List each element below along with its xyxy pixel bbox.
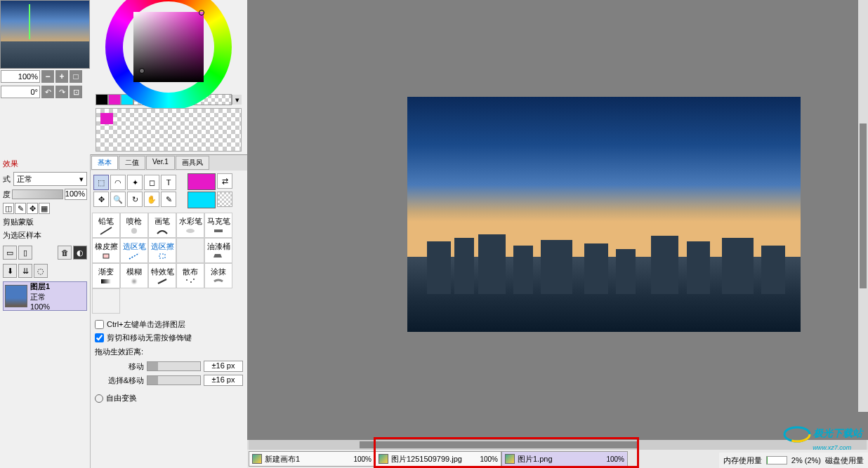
rotate-reset-button[interactable]: ⊡ [70,86,82,98]
move-value[interactable]: ±16 px [204,361,243,372]
scratchpad[interactable] [96,108,242,152]
rotate-ccw-button[interactable]: ↶ [41,86,54,98]
cut-move-checkbox[interactable] [95,333,104,342]
brush-marker[interactable]: 马克笔 [204,213,232,238]
brush-gradient[interactable]: 渐变 [92,263,120,288]
ctrl-click-checkbox[interactable] [95,320,104,329]
brush-preset-grid: 铅笔 喷枪 画笔 水彩笔 马克笔 橡皮擦 选区笔 选区擦 油漆桶 渐变 模糊 特… [91,211,247,315]
layer-opacity: 100% [30,302,50,311]
tab-binary[interactable]: 二值 [119,156,145,170]
select-move-value[interactable]: ±16 px [204,375,243,386]
layer-item[interactable]: 图层1 正常 100% [3,281,87,311]
move-tool[interactable]: ✥ [93,192,109,207]
lock-all-toggle[interactable]: ▦ [39,203,50,214]
shape-tool[interactable]: ◻ [144,175,159,190]
brush-blur[interactable]: 模糊 [120,263,148,288]
swap-colors-button[interactable]: ⇄ [217,173,232,189]
brush-bucket[interactable]: 油漆桶 [204,238,232,263]
cut-move-label: 剪切和移动无需按修饰键 [107,333,192,343]
bg-color-swatch[interactable] [188,192,216,208]
brush-brush[interactable]: 画笔 [148,213,176,238]
move-slider[interactable] [147,361,201,371]
mask-button[interactable]: ◐ [73,246,87,260]
zoom-tool[interactable]: 🔍 [110,192,126,207]
svg-point-6 [132,279,136,283]
rotate-tool[interactable]: ↻ [127,192,143,207]
canvas-image [407,97,801,332]
opacity-slider[interactable] [12,189,63,199]
canvas-view[interactable] [247,0,868,440]
hand-tool[interactable]: ✋ [144,192,159,207]
tab-painttool[interactable]: 画具风 [176,156,209,170]
lasso-tool[interactable]: ◠ [110,175,126,190]
zoom-out-button[interactable]: − [41,70,54,83]
drag-distance-label: 拖动生效距离: [95,345,243,359]
mem-label: 内存使用量 [723,455,762,466]
free-transform-radio[interactable] [95,394,103,403]
delete-layer-button[interactable]: 🗑 [58,246,72,260]
color-wheel[interactable] [100,1,237,93]
swatch-menu-button[interactable]: ▾ [232,95,242,105]
move-label: 移动 [95,361,144,372]
effects-label: 效果 [3,157,87,171]
doc-tab-jpg[interactable]: 图片1251509799.jpg 100% [375,451,501,467]
selection-sample-label: 为选区样本 [3,229,87,242]
svg-rect-5 [101,279,111,283]
zoom-in-button[interactable]: + [55,70,68,83]
brush-empty1[interactable] [176,238,204,263]
mem-meter [766,456,787,464]
doc-tab-png[interactable]: 图片1.png 100% [501,451,628,467]
lock-move-toggle[interactable]: ✥ [27,203,38,214]
blend-mode-dropdown[interactable]: 正常▾ [13,172,87,186]
lock-alpha-toggle[interactable]: ◫ [3,203,14,214]
zoom-input[interactable] [1,70,40,83]
select-move-label: 选择&移动 [95,375,144,386]
tab-basic[interactable]: 基本 [91,156,118,170]
clear-layer-button[interactable]: ◌ [34,264,48,278]
brush-scatter[interactable]: 散布 [176,263,204,288]
clipping-label: 剪贴蒙版 [3,215,87,229]
opacity-value[interactable]: 100% [65,189,87,200]
transfer-button[interactable]: ⇊ [18,264,32,278]
fg-color-swatch[interactable] [188,173,216,190]
marquee-tool[interactable]: ⬚ [93,175,109,190]
status-bar: 内存使用量 2% (2%) 磁盘使用量 [719,453,868,468]
brush-watercolor[interactable]: 水彩笔 [176,213,204,238]
brush-pencil[interactable]: 铅笔 [92,213,120,238]
brush-smudge[interactable]: 涂抹 [204,263,232,288]
vertical-scrollbar[interactable] [858,0,868,412]
tab-ver1[interactable]: Ver.1 [146,156,175,170]
blend-label: 式 [3,174,11,185]
rotation-input[interactable] [1,86,40,98]
rotate-cw-button[interactable]: ↷ [55,86,68,98]
eyedropper-tool[interactable]: ✎ [161,192,176,207]
wand-tool[interactable]: ✦ [127,175,143,190]
svg-point-9 [193,279,195,280]
opacity-label: 度 [3,189,11,200]
watermark: 极光下载站 www.xz7.com [783,425,862,451]
select-move-slider[interactable] [147,375,201,385]
doc-icon [379,454,388,464]
svg-rect-2 [214,229,223,232]
text-tool[interactable]: T [161,175,176,190]
new-folder-button[interactable]: ▯ [18,246,32,260]
transparent-toggle[interactable] [217,192,232,207]
merge-down-button[interactable]: ⬇ [3,264,17,278]
brush-seleraser[interactable]: 选区擦 [148,238,176,263]
disk-label: 磁盘使用量 [825,455,864,466]
layer-thumbnail [5,285,27,307]
doc-tab-canvas1[interactable]: 新建画布1 100% [249,451,375,467]
brush-selpen[interactable]: 选区笔 [120,238,148,263]
swatch-black[interactable] [96,94,108,105]
zoom-fit-button[interactable]: □ [70,70,82,83]
brush-eraser[interactable]: 橡皮擦 [92,238,120,263]
horizontal-scrollbar[interactable] [247,440,868,450]
navigator-thumbnail[interactable] [0,0,90,69]
lock-pixel-toggle[interactable]: ✎ [15,203,26,214]
brush-fx[interactable]: 特效笔 [148,263,176,288]
new-layer-button[interactable]: ▭ [3,246,17,260]
swatch-magenta[interactable] [108,94,121,105]
layer-name: 图层1 [30,281,50,292]
brush-empty2[interactable] [92,288,120,314]
brush-airbrush[interactable]: 喷枪 [120,213,148,238]
